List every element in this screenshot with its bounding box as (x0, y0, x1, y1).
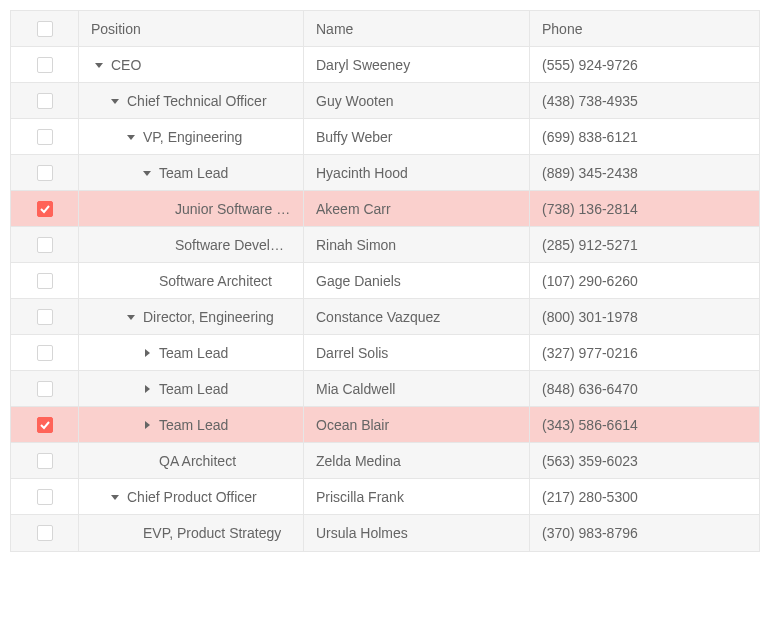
position-text: Team Lead (159, 417, 228, 433)
table-row[interactable]: Team LeadOcean Blair(343) 586-6614 (11, 407, 759, 443)
name-cell: Ocean Blair (304, 407, 530, 442)
header-phone[interactable]: Phone (530, 11, 759, 46)
position-cell: QA Architect (79, 443, 304, 478)
position-text: Software Develo… (175, 237, 291, 253)
position-text: EVP, Product Strategy (143, 525, 281, 541)
table-row[interactable]: Team LeadHyacinth Hood(889) 345-2438 (11, 155, 759, 191)
position-text: Junior Software … (175, 201, 290, 217)
checkbox-cell (11, 479, 79, 514)
position-cell: Software Develo… (79, 227, 304, 262)
row-checkbox[interactable] (37, 525, 53, 541)
checkbox-cell (11, 83, 79, 118)
name-cell: Akeem Carr (304, 191, 530, 226)
phone-cell: (800) 301-1978 (530, 299, 759, 334)
row-checkbox[interactable] (37, 489, 53, 505)
collapse-icon[interactable] (107, 97, 123, 105)
header-row: Position Name Phone (11, 11, 759, 47)
name-cell: Priscilla Frank (304, 479, 530, 514)
phone-cell: (107) 290-6260 (530, 263, 759, 298)
phone-cell: (699) 838-6121 (530, 119, 759, 154)
checkbox-cell (11, 227, 79, 262)
checkbox-cell (11, 191, 79, 226)
name-cell: Ursula Holmes (304, 515, 530, 551)
row-checkbox[interactable] (37, 129, 53, 145)
header-position[interactable]: Position (79, 11, 304, 46)
checkbox-cell (11, 119, 79, 154)
row-checkbox[interactable] (37, 273, 53, 289)
checkbox-cell (11, 155, 79, 190)
row-checkbox[interactable] (37, 57, 53, 73)
expand-icon[interactable] (139, 421, 155, 429)
phone-cell: (217) 280-5300 (530, 479, 759, 514)
name-cell: Guy Wooten (304, 83, 530, 118)
select-all-checkbox[interactable] (37, 21, 53, 37)
row-checkbox[interactable] (37, 345, 53, 361)
position-text: Software Architect (159, 273, 272, 289)
position-text: CEO (111, 57, 141, 73)
row-checkbox[interactable] (37, 381, 53, 397)
table-row[interactable]: Chief Product OfficerPriscilla Frank(217… (11, 479, 759, 515)
position-cell: Director, Engineering (79, 299, 304, 334)
row-checkbox[interactable] (37, 417, 53, 433)
header-name[interactable]: Name (304, 11, 530, 46)
row-checkbox[interactable] (37, 201, 53, 217)
position-cell: CEO (79, 47, 304, 82)
phone-cell: (889) 345-2438 (530, 155, 759, 190)
table-row[interactable]: Software Develo…Rinah Simon(285) 912-527… (11, 227, 759, 263)
checkbox-cell (11, 335, 79, 370)
table-row[interactable]: Director, EngineeringConstance Vazquez(8… (11, 299, 759, 335)
table-row[interactable]: Team LeadMia Caldwell(848) 636-6470 (11, 371, 759, 407)
row-checkbox[interactable] (37, 453, 53, 469)
collapse-icon[interactable] (91, 61, 107, 69)
table-row[interactable]: QA ArchitectZelda Medina(563) 359-6023 (11, 443, 759, 479)
position-text: QA Architect (159, 453, 236, 469)
row-checkbox[interactable] (37, 165, 53, 181)
table-row[interactable]: EVP, Product StrategyUrsula Holmes(370) … (11, 515, 759, 551)
name-cell: Mia Caldwell (304, 371, 530, 406)
name-cell: Rinah Simon (304, 227, 530, 262)
name-cell: Hyacinth Hood (304, 155, 530, 190)
row-checkbox[interactable] (37, 93, 53, 109)
collapse-icon[interactable] (123, 133, 139, 141)
collapse-icon[interactable] (123, 313, 139, 321)
position-text: VP, Engineering (143, 129, 242, 145)
position-cell: Software Architect (79, 263, 304, 298)
table-row[interactable]: Team LeadDarrel Solis(327) 977-0216 (11, 335, 759, 371)
position-text: Team Lead (159, 165, 228, 181)
row-checkbox[interactable] (37, 309, 53, 325)
table-row[interactable]: CEODaryl Sweeney(555) 924-9726 (11, 47, 759, 83)
position-cell: Team Lead (79, 371, 304, 406)
checkbox-cell (11, 443, 79, 478)
position-cell: Team Lead (79, 155, 304, 190)
phone-cell: (555) 924-9726 (530, 47, 759, 82)
name-cell: Daryl Sweeney (304, 47, 530, 82)
table-row[interactable]: Software ArchitectGage Daniels(107) 290-… (11, 263, 759, 299)
phone-cell: (563) 359-6023 (530, 443, 759, 478)
phone-cell: (438) 738-4935 (530, 83, 759, 118)
table-row[interactable]: VP, EngineeringBuffy Weber(699) 838-6121 (11, 119, 759, 155)
position-text: Team Lead (159, 345, 228, 361)
name-cell: Darrel Solis (304, 335, 530, 370)
checkbox-cell (11, 371, 79, 406)
name-cell: Zelda Medina (304, 443, 530, 478)
position-cell: Team Lead (79, 335, 304, 370)
header-checkbox-cell (11, 11, 79, 46)
phone-cell: (343) 586-6614 (530, 407, 759, 442)
checkbox-cell (11, 515, 79, 551)
table-row[interactable]: Chief Technical OfficerGuy Wooten(438) 7… (11, 83, 759, 119)
position-cell: Chief Product Officer (79, 479, 304, 514)
name-cell: Constance Vazquez (304, 299, 530, 334)
collapse-icon[interactable] (107, 493, 123, 501)
table-row[interactable]: Junior Software …Akeem Carr(738) 136-281… (11, 191, 759, 227)
expand-icon[interactable] (139, 385, 155, 393)
position-text: Chief Product Officer (127, 489, 257, 505)
collapse-icon[interactable] (139, 169, 155, 177)
expand-icon[interactable] (139, 349, 155, 357)
phone-cell: (848) 636-6470 (530, 371, 759, 406)
checkbox-cell (11, 263, 79, 298)
position-text: Team Lead (159, 381, 228, 397)
position-cell: EVP, Product Strategy (79, 515, 304, 551)
phone-cell: (738) 136-2814 (530, 191, 759, 226)
position-cell: VP, Engineering (79, 119, 304, 154)
row-checkbox[interactable] (37, 237, 53, 253)
